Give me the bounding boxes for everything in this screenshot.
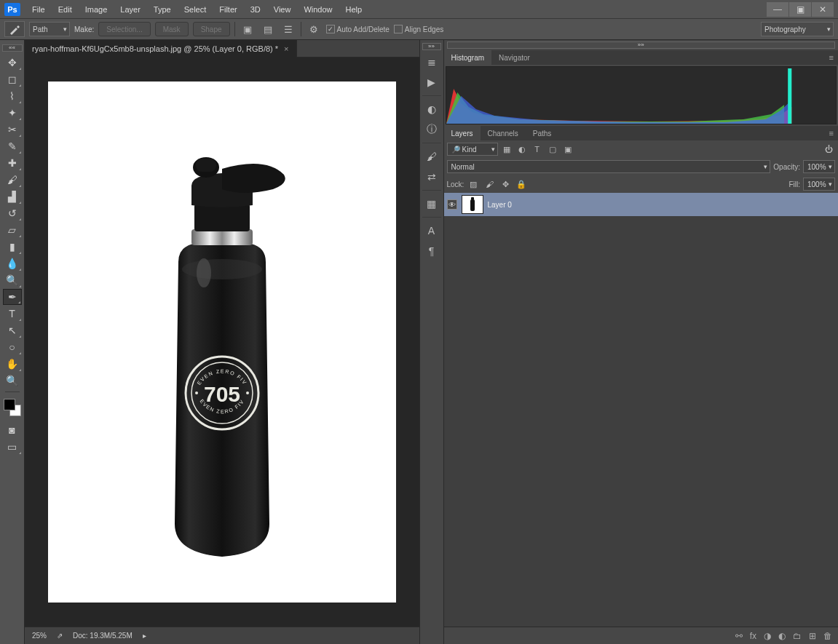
panel-menu-icon[interactable]: ≡ bbox=[825, 129, 838, 138]
history-brush-tool[interactable]: ↺ bbox=[3, 205, 22, 221]
fill-input[interactable]: 100% bbox=[803, 178, 835, 191]
workspace-switcher[interactable]: Photography bbox=[761, 22, 834, 36]
screen-mode-toggle[interactable]: ▭ bbox=[3, 439, 22, 455]
new-layer-icon[interactable]: ⊞ bbox=[809, 631, 816, 641]
eyedropper-tool[interactable]: ✎ bbox=[3, 138, 22, 154]
layer-filter-kind[interactable]: 🔎Kind bbox=[447, 143, 498, 156]
path-selection-tool[interactable]: ↖ bbox=[3, 322, 22, 338]
pen-mode-select[interactable]: Path bbox=[29, 22, 70, 36]
lock-position-icon[interactable]: ✥ bbox=[499, 178, 512, 191]
window-minimize[interactable]: — bbox=[767, 2, 788, 17]
info-panel-icon[interactable]: ⓘ bbox=[422, 121, 441, 138]
path-alignment-icon[interactable]: ▤ bbox=[260, 21, 276, 37]
lasso-tool[interactable]: ⌇ bbox=[3, 88, 22, 104]
filter-pixel-icon[interactable]: ▦ bbox=[500, 143, 513, 156]
play-icon[interactable]: ▶ bbox=[422, 73, 441, 91]
lock-transparency-icon[interactable]: ▨ bbox=[467, 178, 480, 191]
doc-size[interactable]: Doc: 19.3M/5.25M bbox=[73, 632, 133, 640]
make-selection-button[interactable]: Selection... bbox=[98, 22, 150, 36]
magic-wand-tool[interactable]: ✦ bbox=[3, 105, 22, 121]
menu-layer[interactable]: Layer bbox=[114, 2, 146, 17]
panel-collapse-handle[interactable]: »» bbox=[447, 41, 836, 49]
tab-channels[interactable]: Channels bbox=[481, 126, 526, 140]
actions-panel-icon[interactable]: ≣ bbox=[422, 53, 441, 71]
tab-navigator[interactable]: Navigator bbox=[491, 50, 537, 65]
layer-visibility-toggle[interactable]: 👁 bbox=[447, 199, 457, 210]
blend-mode-select[interactable]: Normal bbox=[447, 160, 771, 173]
filter-toggle[interactable]: ⏻ bbox=[822, 143, 835, 156]
gradient-tool[interactable]: ▮ bbox=[3, 239, 22, 255]
canvas-viewport[interactable]: 705 SEVEN ZERO FIVE SEVEN ZERO FIVE bbox=[25, 57, 419, 627]
link-layers-icon[interactable]: ⚯ bbox=[735, 631, 743, 641]
filter-adjust-icon[interactable]: ◐ bbox=[515, 143, 529, 156]
tab-layers[interactable]: Layers bbox=[444, 126, 481, 140]
align-edges-checkbox[interactable] bbox=[394, 25, 403, 33]
document-tab[interactable]: ryan-hoffman-Kf6UgCx5mb8-unsplash.jpg @ … bbox=[25, 40, 297, 57]
marquee-tool[interactable]: ◻ bbox=[3, 71, 22, 87]
menu-window[interactable]: Window bbox=[298, 2, 338, 17]
type-tool[interactable]: T bbox=[3, 306, 22, 322]
menu-filter[interactable]: Filter bbox=[213, 2, 242, 17]
color-swatch[interactable] bbox=[4, 399, 21, 416]
pen-tool[interactable]: ✒ bbox=[3, 289, 22, 305]
delete-layer-icon[interactable]: 🗑 bbox=[823, 631, 832, 641]
swatches-panel-icon[interactable]: ▦ bbox=[422, 195, 441, 212]
tab-paths[interactable]: Paths bbox=[526, 126, 559, 140]
dodge-tool[interactable]: 🔍 bbox=[3, 272, 22, 288]
zoom-tool[interactable]: 🔍 bbox=[3, 373, 22, 389]
character-panel-icon[interactable]: A bbox=[422, 222, 441, 239]
layer-name[interactable]: Layer 0 bbox=[488, 201, 512, 209]
layer-style-icon[interactable]: fx bbox=[750, 631, 756, 641]
tab-histogram[interactable]: Histogram bbox=[444, 50, 492, 65]
zoom-level[interactable]: 25% bbox=[32, 632, 47, 640]
new-fill-adjust-icon[interactable]: ◐ bbox=[778, 631, 786, 641]
menu-type[interactable]: Type bbox=[148, 2, 177, 17]
menu-help[interactable]: Help bbox=[340, 2, 368, 17]
filter-smart-icon[interactable]: ▣ bbox=[561, 143, 574, 156]
make-mask-button[interactable]: Mask bbox=[155, 22, 189, 36]
healing-brush-tool[interactable]: ✚ bbox=[3, 155, 22, 171]
hand-tool[interactable]: ✋ bbox=[3, 356, 22, 372]
layer-row[interactable]: 👁 Layer 0 bbox=[444, 193, 839, 216]
adjustments-panel-icon[interactable]: ◐ bbox=[422, 100, 441, 118]
auto-add-delete-checkbox[interactable]: ✓ bbox=[326, 25, 335, 33]
window-close[interactable]: ✕ bbox=[812, 2, 834, 17]
lock-image-icon[interactable]: 🖌 bbox=[483, 178, 496, 191]
opacity-input[interactable]: 100% bbox=[803, 160, 835, 173]
quick-mask-toggle[interactable]: ◙ bbox=[3, 422, 22, 438]
close-tab-icon[interactable]: × bbox=[284, 44, 288, 53]
lock-all-icon[interactable]: 🔒 bbox=[515, 178, 528, 191]
make-shape-button[interactable]: Shape bbox=[193, 22, 230, 36]
path-arrangement-icon[interactable]: ☰ bbox=[280, 21, 296, 37]
menu-select[interactable]: Select bbox=[178, 2, 213, 17]
menu-file[interactable]: File bbox=[26, 2, 51, 17]
canvas[interactable]: 705 SEVEN ZERO FIVE SEVEN ZERO FIVE bbox=[48, 82, 396, 603]
paragraph-panel-icon[interactable]: ¶ bbox=[422, 242, 441, 260]
move-tool[interactable]: ✥ bbox=[3, 55, 22, 71]
status-arrow-icon[interactable]: ▸ bbox=[143, 632, 146, 640]
dock-collapse-handle[interactable]: »» bbox=[422, 43, 441, 50]
layer-thumbnail[interactable] bbox=[462, 195, 483, 214]
menu-3d[interactable]: 3D bbox=[245, 2, 266, 17]
menu-view[interactable]: View bbox=[268, 2, 297, 17]
share-icon[interactable]: ⇗ bbox=[57, 632, 63, 640]
window-maximize[interactable]: ▣ bbox=[789, 2, 811, 17]
layer-mask-icon[interactable]: ◑ bbox=[764, 631, 771, 641]
menu-edit[interactable]: Edit bbox=[52, 2, 78, 17]
brush-presets-panel-icon[interactable]: ⇄ bbox=[422, 168, 441, 186]
filter-shape-icon[interactable]: ▢ bbox=[546, 143, 559, 156]
blur-tool[interactable]: 💧 bbox=[3, 255, 22, 271]
pen-tool-icon[interactable] bbox=[4, 21, 25, 37]
brush-panel-icon[interactable]: 🖌 bbox=[422, 148, 441, 165]
gear-icon[interactable]: ⚙ bbox=[306, 21, 322, 37]
brush-tool[interactable]: 🖌 bbox=[3, 172, 22, 188]
eraser-tool[interactable]: ▱ bbox=[3, 222, 22, 238]
panel-menu-icon[interactable]: ≡ bbox=[825, 53, 838, 62]
menu-image[interactable]: Image bbox=[79, 2, 114, 17]
new-group-icon[interactable]: 🗀 bbox=[793, 631, 802, 641]
filter-type-icon[interactable]: T bbox=[531, 143, 544, 156]
path-operations-icon[interactable]: ▣ bbox=[240, 21, 256, 37]
tools-collapse-handle[interactable]: «« bbox=[2, 44, 23, 52]
crop-tool[interactable]: ✂ bbox=[3, 122, 22, 138]
shape-tool[interactable]: ○ bbox=[3, 339, 22, 355]
